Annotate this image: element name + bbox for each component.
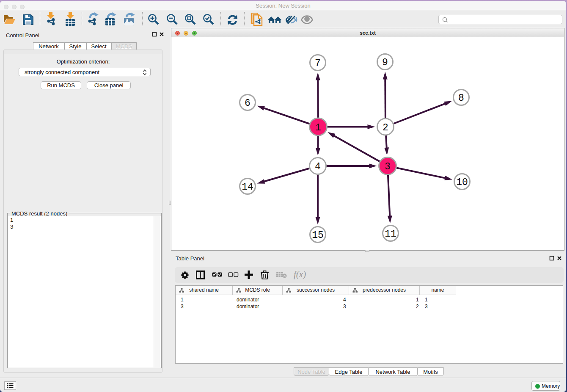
svg-text:3: 3	[385, 161, 391, 172]
svg-text:14: 14	[242, 182, 253, 193]
svg-text:9: 9	[382, 57, 388, 68]
svg-text:8: 8	[458, 93, 464, 104]
svg-text:6: 6	[245, 98, 250, 109]
svg-text:10: 10	[456, 177, 468, 188]
svg-text:4: 4	[315, 161, 321, 172]
svg-text:11: 11	[385, 229, 396, 240]
svg-text:15: 15	[312, 230, 324, 241]
svg-text:1: 1	[315, 122, 321, 133]
svg-text:7: 7	[315, 58, 321, 69]
svg-text:2: 2	[383, 122, 388, 133]
